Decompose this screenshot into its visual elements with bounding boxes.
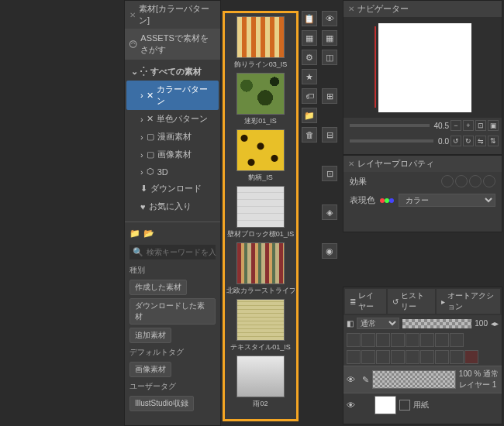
mask-new-icon[interactable] (435, 350, 449, 364)
zoom-in-icon[interactable]: + (463, 120, 474, 131)
tab-autoaction[interactable]: ▸オートアクション (437, 289, 500, 314)
opt2-icon[interactable]: ⊞ (322, 88, 337, 104)
close-icon[interactable]: ✕ (129, 11, 136, 19)
effect-tone-icon[interactable] (455, 175, 468, 187)
trash-icon[interactable]: 🗑 (302, 127, 317, 143)
new-folder-icon[interactable] (361, 350, 375, 364)
fullsize-icon[interactable]: ▣ (488, 120, 499, 131)
new-correction-icon[interactable] (376, 350, 390, 364)
effect-color-icon[interactable] (483, 175, 495, 187)
layer-item[interactable]: 👁 用紙 (343, 393, 502, 417)
reference-icon[interactable] (391, 333, 405, 347)
apply-mask-icon[interactable] (450, 350, 464, 364)
tag-icon[interactable]: 🏷 (302, 88, 317, 104)
effect-border-icon[interactable] (441, 175, 454, 187)
opt4-icon[interactable]: ⊡ (322, 166, 337, 181)
opacity-slider[interactable] (402, 319, 471, 328)
close-icon[interactable]: ✕ (348, 5, 354, 13)
tree-item-all[interactable]: ⌄ ⁛ すべての素材 (126, 63, 219, 81)
new-folder-icon[interactable]: 📁 (129, 228, 140, 239)
merge-icon[interactable] (406, 350, 419, 364)
navigator-canvas[interactable] (343, 17, 502, 118)
material-thumbnail (236, 129, 285, 171)
mask-icon[interactable] (376, 333, 390, 347)
filter-created[interactable]: 作成した素材 (129, 280, 187, 295)
expression-select[interactable]: カラー (399, 194, 495, 207)
flip-v-icon[interactable]: ⇅ (488, 136, 499, 146)
delete-layer-icon[interactable] (464, 350, 478, 364)
opacity-stepper[interactable]: ◂▸ (491, 319, 499, 328)
paste-icon[interactable]: 📋 (302, 11, 317, 26)
rotate-left-icon[interactable]: ↺ (450, 136, 461, 146)
filter-downloaded[interactable]: ダウンロードした素材 (129, 298, 216, 325)
link-icon[interactable] (435, 333, 449, 347)
tree-item-download[interactable]: ⬇ ダウンロード (126, 180, 219, 198)
transfer-icon[interactable] (391, 350, 405, 364)
tab-layers[interactable]: ≣レイヤー (345, 289, 386, 314)
material-item[interactable]: 豹柄_IS (226, 129, 295, 183)
search-input[interactable] (147, 248, 216, 256)
tree-item-manga[interactable]: › ▢ 漫画素材 (126, 128, 219, 146)
zoom-out-icon[interactable]: − (450, 120, 461, 131)
tree-item-image[interactable]: › ▢ 画像素材 (126, 146, 219, 163)
tree-item-color-pattern[interactable]: › ✕ カラーパターン (126, 81, 219, 110)
color-label-icon[interactable] (450, 333, 464, 347)
tree-item-mono-pattern[interactable]: › ✕ 単色パターン (126, 110, 219, 128)
view-icon[interactable]: 👁 (322, 11, 337, 26)
panel-title-text: 素材[カラーパターン] (139, 3, 216, 26)
layer-thumbnail (375, 396, 396, 414)
combine-icon[interactable] (420, 350, 434, 364)
folder-icon[interactable]: 📁 (302, 108, 317, 123)
material-item[interactable]: 迷彩01_IS (226, 73, 295, 126)
zoom-value: 40.5 (434, 122, 449, 130)
rotate-right-icon[interactable]: ↻ (463, 136, 474, 146)
draft-icon[interactable] (420, 333, 434, 347)
material-label: 北欧カラーストライプ02 (226, 286, 295, 296)
flip-h-icon[interactable]: ⇋ (475, 136, 486, 146)
clip-icon[interactable] (406, 333, 419, 347)
assets-search-bar[interactable]: ASSETSで素材をさがす (125, 29, 220, 60)
navigator-title: ナビゲーター (357, 3, 409, 15)
material-item[interactable]: 飾りライン03_IS (226, 16, 295, 70)
tree-item-3d[interactable]: › ⬡ 3D (126, 163, 219, 180)
materials-search[interactable]: 🔍 (129, 245, 216, 259)
zoom-slider[interactable] (350, 124, 430, 127)
tag-illuststudio[interactable]: IllustStudio収録 (129, 396, 194, 411)
material-item[interactable]: 壁材ブロック標01_IS (226, 186, 295, 239)
tile-icon[interactable]: ▦ (302, 30, 317, 46)
close-icon[interactable]: ✕ (348, 160, 354, 168)
material-item[interactable]: 北欧カラーストライプ02 (226, 242, 295, 296)
palette-icon[interactable]: ◧ (347, 319, 354, 328)
material-item[interactable]: 雨02 (226, 356, 295, 409)
tree-item-favorite[interactable]: ♥ お気に入り (126, 198, 219, 215)
materials-toolbar: 📁 📂 (125, 225, 220, 242)
tag-image[interactable]: 画像素材 (129, 362, 171, 377)
opt6-icon[interactable]: ◉ (322, 243, 337, 259)
lock-alpha-icon[interactable] (361, 333, 375, 347)
prop-icon[interactable]: ⚙ (302, 50, 317, 65)
lock-icon[interactable] (347, 333, 361, 347)
pattern-icon: ✕ (147, 91, 154, 101)
grid-icon[interactable]: ▦ (322, 30, 337, 46)
search-icon: 🔍 (133, 247, 143, 257)
opt5-icon[interactable]: ◈ (322, 204, 337, 220)
material-label: 迷彩01_IS (226, 116, 295, 126)
layer-item[interactable]: 👁 ✎ 100 % 通常 レイヤー 1 (343, 366, 502, 393)
divider (125, 222, 220, 222)
fit-icon[interactable]: ⊡ (475, 120, 486, 131)
star-icon[interactable]: ★ (302, 69, 317, 84)
blend-mode-select[interactable]: 通常 (357, 318, 399, 329)
opt1-icon[interactable]: ◫ (322, 50, 337, 65)
rotation-slider[interactable] (350, 139, 433, 143)
material-thumbnail (236, 16, 285, 58)
effect-pattern-icon[interactable] (469, 175, 482, 187)
opt3-icon[interactable]: ⊟ (322, 127, 337, 143)
visibility-icon[interactable]: 👁 (347, 375, 359, 384)
material-item[interactable]: テキスタイル01_IS (226, 299, 295, 352)
tab-history[interactable]: ↺ヒストリー (388, 289, 435, 314)
material-thumbnail (236, 299, 285, 341)
filter-added[interactable]: 追加素材 (129, 328, 171, 343)
new-layer-icon[interactable] (347, 350, 361, 364)
visibility-icon[interactable]: 👁 (347, 400, 359, 410)
folder-icon[interactable]: 📂 (143, 228, 154, 239)
